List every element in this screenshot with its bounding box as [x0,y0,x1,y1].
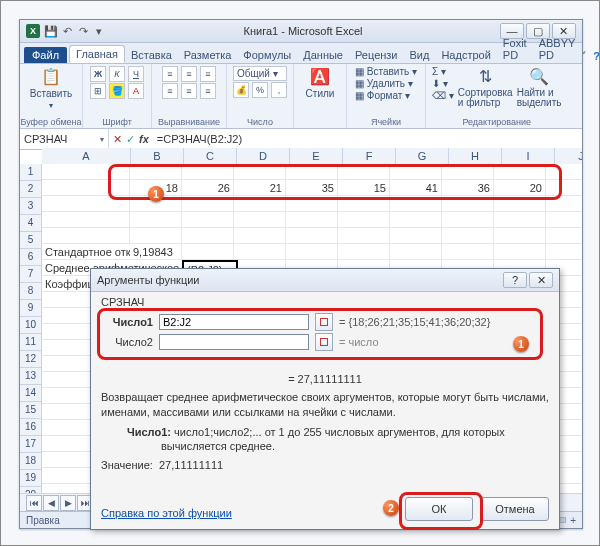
cell[interactable] [442,228,494,244]
cell[interactable] [286,196,338,212]
sheet-nav-next[interactable]: ▶ [60,495,76,511]
cell[interactable] [182,196,234,212]
align-left-button[interactable]: ≡ [162,83,178,99]
comma-button[interactable]: , [271,82,287,98]
row-header-5[interactable]: 5 [20,232,42,249]
cell[interactable] [234,244,286,260]
arg1-range-button[interactable] [315,313,333,331]
align-mid-button[interactable]: ≡ [181,66,197,82]
row-header-10[interactable]: 10 [20,317,42,334]
cell[interactable] [42,212,130,228]
tab-home[interactable]: Главная [69,45,125,63]
arg1-input[interactable] [159,314,309,330]
cell[interactable] [442,164,494,180]
cell[interactable] [494,228,546,244]
cell[interactable] [338,196,390,212]
cell[interactable] [390,212,442,228]
cell[interactable] [390,196,442,212]
cell[interactable]: 21 [234,180,286,196]
tab-formulas[interactable]: Формулы [237,47,297,63]
cell[interactable] [286,228,338,244]
cell[interactable] [494,164,546,180]
sheet-nav-prev[interactable]: ◀ [43,495,59,511]
tab-data[interactable]: Данные [297,47,349,63]
percent-button[interactable]: % [252,82,268,98]
cell[interactable] [42,180,130,196]
col-header-B[interactable]: B [131,148,184,164]
row-header-19[interactable]: 19 [20,470,42,487]
tab-file[interactable]: Файл [24,47,67,63]
cell[interactable] [182,228,234,244]
cell[interactable] [338,228,390,244]
number-format-select[interactable]: Общий ▾ [233,66,287,81]
cell[interactable] [546,228,582,244]
cell[interactable]: 20 [494,180,546,196]
ok-button[interactable]: ОК [405,497,473,521]
cell[interactable] [286,244,338,260]
dialog-help-link[interactable]: Справка по этой функции [101,507,232,519]
row-header-18[interactable]: 18 [20,453,42,470]
cell[interactable] [234,196,286,212]
row-header-11[interactable]: 11 [20,334,42,351]
row-header-6[interactable]: 6 [20,249,42,266]
row-header-7[interactable]: 7 [20,266,42,283]
cell[interactable] [442,196,494,212]
qat-dropdown-icon[interactable]: ▾ [92,24,106,38]
cell[interactable] [42,196,130,212]
arg2-input[interactable] [159,334,309,350]
cell[interactable] [234,164,286,180]
tab-view[interactable]: Вид [404,47,436,63]
cell[interactable] [390,164,442,180]
col-header-E[interactable]: E [290,148,343,164]
row-header-3[interactable]: 3 [20,198,42,215]
cell[interactable] [546,164,582,180]
cell[interactable] [234,228,286,244]
cell[interactable] [130,164,182,180]
row-header-4[interactable]: 4 [20,215,42,232]
arg2-range-button[interactable] [315,333,333,351]
qat-save-icon[interactable]: 💾 [44,24,58,38]
cell[interactable]: 26 [182,180,234,196]
cells-format-button[interactable]: ▦ Формат ▾ [355,90,417,101]
cell[interactable] [338,164,390,180]
col-header-C[interactable]: C [184,148,237,164]
styles-button[interactable]: 🅰️ Стили [306,66,335,99]
align-bot-button[interactable]: ≡ [200,66,216,82]
cell[interactable] [42,228,130,244]
tab-foxit[interactable]: Foxit PD [497,35,533,63]
clear-button[interactable]: ⌫ ▾ [432,90,454,101]
underline-button[interactable]: Ч [128,66,144,82]
cell[interactable] [494,212,546,228]
cell[interactable] [338,244,390,260]
cell[interactable]: 35 [286,180,338,196]
row-header-13[interactable]: 13 [20,368,42,385]
cell[interactable] [546,244,582,260]
ribbon-min-icon[interactable]: ˅ [581,50,587,63]
sheet-nav-first[interactable]: ⏮ [26,495,42,511]
row-header-9[interactable]: 9 [20,300,42,317]
cell[interactable] [442,244,494,260]
cell[interactable] [338,212,390,228]
fx-icon[interactable]: fx [139,133,149,145]
col-header-D[interactable]: D [237,148,290,164]
col-header-A[interactable]: A [42,148,131,164]
bold-button[interactable]: Ж [90,66,106,82]
tab-insert[interactable]: Вставка [125,47,178,63]
cell[interactable] [182,164,234,180]
align-top-button[interactable]: ≡ [162,66,178,82]
cell[interactable] [546,196,582,212]
fill-color-button[interactable]: 🪣 [109,83,125,99]
col-header-I[interactable]: I [502,148,555,164]
tab-review[interactable]: Рецензи [349,47,404,63]
cancel-button[interactable]: Отмена [481,497,549,521]
col-header-G[interactable]: G [396,148,449,164]
fill-button[interactable]: ⬇ ▾ [432,78,454,89]
cell[interactable] [234,212,286,228]
cell[interactable] [442,212,494,228]
row-header-12[interactable]: 12 [20,351,42,368]
row-header-15[interactable]: 15 [20,402,42,419]
sort-filter-button[interactable]: ⇅ Сортировка и фильтр [458,66,513,108]
help-icon[interactable]: ? [593,50,600,63]
tab-layout[interactable]: Разметка [178,47,238,63]
qat-redo-icon[interactable]: ↷ [76,24,90,38]
